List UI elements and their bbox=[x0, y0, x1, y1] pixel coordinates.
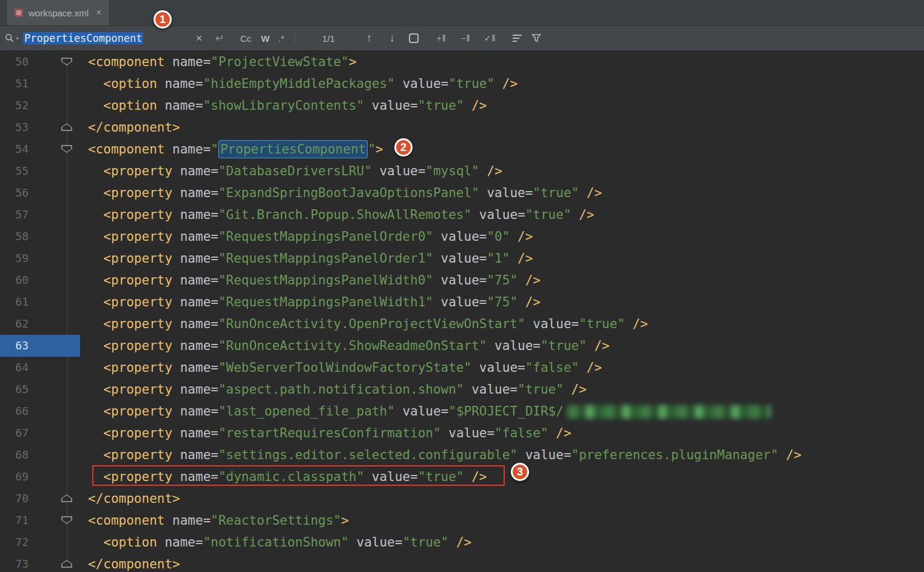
code-token: " bbox=[211, 142, 218, 156]
code-line-69[interactable]: 69<property name="dynamic.classpath" val… bbox=[0, 466, 924, 488]
code-token: value= bbox=[433, 229, 487, 244]
code-line-61[interactable]: 61<property name="RequestMappingsPanelWi… bbox=[0, 291, 924, 313]
code-token: /> bbox=[448, 535, 471, 550]
code-text: <property name="WebServerToolWindowFacto… bbox=[95, 357, 602, 379]
code-line-52[interactable]: 52<option name="showLibraryContents" val… bbox=[0, 95, 924, 116]
code-line-55[interactable]: 55<property name="DatabaseDriversLRU" va… bbox=[0, 160, 924, 182]
select-all-occurrences-icon[interactable]: ✓ǁ bbox=[482, 33, 499, 43]
code-line-71[interactable]: 71<component name="ReactorSettings"> bbox=[0, 510, 924, 531]
code-line-54[interactable]: 54<component name="PropertiesComponent"> bbox=[0, 138, 924, 160]
code-line-56[interactable]: 56<property name="ExpandSpringBootJavaOp… bbox=[0, 182, 924, 204]
fold-toggle-icon[interactable] bbox=[61, 123, 72, 131]
code-token: "aspect.path.notification.shown" bbox=[218, 382, 464, 397]
code-editor[interactable]: 50<component name="ProjectViewState">51<… bbox=[0, 51, 924, 572]
match-count: 1/1 bbox=[312, 33, 346, 44]
workspace-file-icon bbox=[14, 8, 24, 18]
code-line-63[interactable]: 63<property name="RunOnceActivity.ShowRe… bbox=[0, 335, 924, 357]
code-text: </component> bbox=[80, 488, 180, 510]
code-token: value= bbox=[525, 317, 579, 331]
code-token: "false" bbox=[494, 426, 548, 440]
code-token: name= bbox=[180, 273, 218, 288]
search-history-caret-icon[interactable]: ▾ bbox=[16, 35, 19, 41]
clear-search-icon[interactable]: × bbox=[192, 32, 206, 45]
code-token: "showLibraryContents" bbox=[203, 98, 365, 113]
line-number: 69 bbox=[0, 466, 29, 488]
code-line-68[interactable]: 68<property name="settings.editor.select… bbox=[0, 444, 924, 466]
filter-results-icon[interactable] bbox=[512, 33, 523, 43]
fold-toggle-icon[interactable] bbox=[61, 516, 72, 524]
gutter: 68 bbox=[0, 444, 80, 466]
line-number: 59 bbox=[0, 247, 29, 269]
code-token: > bbox=[376, 142, 383, 156]
code-text: <property name="settings.editor.selected… bbox=[95, 444, 801, 466]
fold-toggle-icon[interactable] bbox=[61, 494, 72, 502]
match-case-toggle[interactable]: Cc bbox=[240, 33, 251, 44]
code-token: value= bbox=[433, 295, 487, 309]
code-token: "true" bbox=[541, 338, 587, 353]
code-token: "true" bbox=[418, 469, 464, 484]
next-occurrence-icon[interactable]: ↓ bbox=[386, 32, 399, 45]
code-line-50[interactable]: 50<component name="ProjectViewState"> bbox=[0, 51, 924, 73]
code-line-60[interactable]: 60<property name="RequestMappingsPanelWi… bbox=[0, 269, 924, 291]
code-line-66[interactable]: 66<property name="last_opened_file_path"… bbox=[0, 400, 924, 422]
whole-words-toggle[interactable]: W bbox=[261, 33, 269, 44]
gutter: 73 bbox=[0, 553, 80, 572]
code-line-51[interactable]: 51<option name="hideEmptyMiddlePackages"… bbox=[0, 73, 924, 95]
code-token: name= bbox=[172, 513, 211, 528]
gutter: 61 bbox=[0, 291, 80, 313]
regex-toggle[interactable]: .* bbox=[278, 33, 285, 44]
code-token: /> bbox=[518, 295, 541, 309]
newline-icon[interactable]: ↵ bbox=[212, 32, 227, 45]
code-line-53[interactable]: 53</component> bbox=[0, 116, 924, 138]
code-line-59[interactable]: 59<property name="RequestMappingsPanelOr… bbox=[0, 247, 924, 269]
tab-close-icon[interactable]: × bbox=[96, 7, 101, 18]
find-in-selection-icon[interactable] bbox=[409, 33, 419, 43]
filter-icon[interactable] bbox=[531, 33, 541, 43]
code-token: /> bbox=[510, 251, 533, 266]
code-token: "Git.Branch.Popup.ShowAllRemotes" bbox=[218, 207, 471, 222]
code-text: <option name="hideEmptyMiddlePackages" v… bbox=[95, 73, 518, 95]
line-number: 58 bbox=[0, 226, 29, 247]
line-number: 51 bbox=[0, 73, 29, 95]
previous-occurrence-icon[interactable]: ↑ bbox=[363, 32, 376, 45]
gutter: 71 bbox=[0, 510, 80, 531]
code-token: <component bbox=[88, 142, 172, 156]
code-token: "mysql" bbox=[425, 164, 479, 178]
code-line-64[interactable]: 64<property name="WebServerToolWindowFac… bbox=[0, 357, 924, 379]
fold-toggle-icon[interactable] bbox=[61, 560, 72, 568]
code-text: <property name="dynamic.classpath" value… bbox=[95, 466, 487, 488]
add-occurrence-icon[interactable]: +ǁ bbox=[433, 33, 450, 43]
code-token: name= bbox=[180, 448, 218, 462]
code-line-58[interactable]: 58<property name="RequestMappingsPanelOr… bbox=[0, 226, 924, 247]
code-token: "RequestMappingsPanelOrder1" bbox=[218, 251, 433, 266]
fold-toggle-icon[interactable] bbox=[61, 145, 72, 153]
remove-occurrence-icon[interactable]: −ǁ bbox=[457, 33, 474, 43]
code-token: name= bbox=[164, 76, 203, 91]
tab-workspace-xml[interactable]: workspace.xml × bbox=[6, 0, 110, 25]
gutter: 56 bbox=[0, 182, 80, 204]
code-line-62[interactable]: 62<property name="RunOnceActivity.OpenPr… bbox=[0, 313, 924, 335]
code-line-73[interactable]: 73</component> bbox=[0, 553, 924, 572]
fold-toggle-icon[interactable] bbox=[61, 58, 72, 66]
find-bar: ▾ PropertiesComponent × ↵ Cc W .* 1/1 ↑ … bbox=[0, 26, 924, 51]
code-token: <property bbox=[103, 164, 180, 178]
search-icon[interactable]: ▾ bbox=[5, 33, 23, 43]
code-line-57[interactable]: 57<property name="Git.Branch.Popup.ShowA… bbox=[0, 204, 924, 226]
code-token: <component bbox=[88, 55, 172, 69]
code-line-72[interactable]: 72<option name="notificationShown" value… bbox=[0, 531, 924, 553]
code-token: value= bbox=[479, 186, 533, 200]
code-token: "true" bbox=[418, 98, 464, 113]
code-token: "RunOnceActivity.ShowReadmeOnStart" bbox=[218, 338, 487, 353]
code-token: /> bbox=[548, 426, 572, 440]
code-line-65[interactable]: 65<property name="aspect.path.notificati… bbox=[0, 379, 924, 400]
code-token: value= bbox=[471, 207, 525, 222]
search-input[interactable]: PropertiesComponent bbox=[23, 32, 188, 44]
code-line-67[interactable]: 67<property name="restartRequiresConfirm… bbox=[0, 422, 924, 444]
code-line-70[interactable]: 70</component> bbox=[0, 488, 924, 510]
code-text: <property name="ExpandSpringBootJavaOpti… bbox=[95, 182, 602, 204]
code-token: "RunOnceActivity.OpenProjectViewOnStart" bbox=[218, 317, 525, 331]
code-token: "true" bbox=[525, 207, 572, 222]
gutter: 72 bbox=[0, 531, 80, 553]
toolbar-separator bbox=[294, 32, 295, 44]
code-token: /> bbox=[579, 186, 602, 200]
